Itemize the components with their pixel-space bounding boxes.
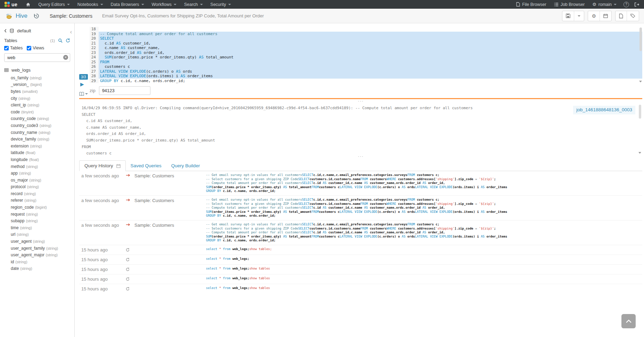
history-query-sql[interactable]: -- Get email survey opt-in values for al… [204,195,642,220]
job-browser-button[interactable]: Job Browser [550,0,588,9]
column-item-_version_[interactable]: _version_(bigint) [11,81,74,88]
column-item-code[interactable]: code(tinyint) [11,109,74,115]
refresh-icon[interactable] [124,264,132,274]
column-item-region_code[interactable]: region_code(bigint) [11,204,74,211]
column-item-bytes[interactable]: bytes(smallint) [11,88,74,95]
history-row[interactable]: a few seconds agoSample: Customers-- Get… [79,220,642,245]
hue-brand[interactable]: ue [0,2,22,7]
tab-saved-queries[interactable]: Saved Queries [126,161,166,171]
scrollbar-thumb[interactable] [639,105,641,119]
resize-handle[interactable]: ··· [79,99,642,104]
snippet-settings-button[interactable] [79,92,88,96]
history-query-sql[interactable]: -- Get email survey opt-in values for al… [204,171,642,195]
column-item-time[interactable]: time(string) [11,224,74,231]
code-line-23[interactable]: 23 ords.order_id AS order_id, [90,50,642,55]
refresh-icon[interactable] [124,284,132,294]
refresh-icon[interactable] [124,255,132,264]
column-item-referer[interactable]: referer(string) [11,197,74,204]
column-item-method[interactable]: method(string) [11,163,74,170]
redo-icon[interactable] [124,195,132,220]
tab-query-history[interactable]: Query History [79,160,126,171]
column-item-latitude[interactable]: latitude(float) [11,150,74,157]
scrollbar-thumb[interactable] [639,27,642,51]
code-line-22[interactable]: 22 c.name AS customer_name, [90,46,642,50]
code-line-20[interactable]: 20SELECT [90,36,642,41]
topnav-menu-security[interactable]: Security [207,0,235,9]
table-item-web-logs[interactable]: web_logs [0,65,74,74]
help-button[interactable]: ? [624,2,629,7]
logout-button[interactable] [632,0,641,9]
code-line-28[interactable]: 28LATERAL VIEW EXPLODE(ords.items) i AS … [90,74,642,79]
refresh-tables-button[interactable] [66,38,70,43]
collapse-sidebar-button[interactable]: ‹ [70,29,72,35]
filter-tables-checkbox[interactable]: Tables [4,46,23,50]
history-row[interactable]: 15 hours agoselect * from web_logs;show … [79,264,642,274]
views-checkbox-input[interactable] [27,46,31,50]
history-row[interactable]: a few seconds agoSample: Customers-- Get… [79,195,642,220]
column-item-device_family[interactable]: device_family(string) [11,136,74,143]
sql-editor[interactable]: 1819-- Compute total amount per order fo… [90,27,642,83]
redo-icon[interactable] [124,220,132,245]
column-item-country_code3[interactable]: country_code3(string) [11,122,74,129]
redo-icon[interactable] [124,171,132,195]
log-scrollbar[interactable] [638,104,642,154]
editor-scrollbar[interactable] [639,27,642,83]
code-line-19[interactable]: 19-- Compute total amount per order for … [90,32,642,37]
column-item-country_code[interactable]: country_code(string) [11,115,74,122]
history-query-sql[interactable]: -- Get email survey opt-in values for al… [204,220,642,245]
save-button[interactable] [562,11,574,21]
column-item-protocol[interactable]: protocol(string) [11,184,74,191]
refresh-icon[interactable] [124,245,132,255]
column-item-id[interactable]: id(string) [11,258,74,265]
file-browser-button[interactable]: File Browser [512,0,550,9]
history-query-sql[interactable]: select * from web_logs;show tables [204,274,642,284]
history-row[interactable]: 15 hours agoselect * from web_logs;show … [79,284,642,294]
column-item-extension[interactable]: extension(string) [11,143,74,150]
column-item-city[interactable]: city(string) [11,95,74,102]
scroll-to-top-button[interactable] [621,314,636,328]
execute-button[interactable]: ▶ [80,81,84,87]
column-item-longitude[interactable]: longitude(float) [11,156,74,163]
database-selector[interactable]: default [0,25,74,35]
schedule-button[interactable] [600,11,611,21]
search-tables-button[interactable] [58,38,63,43]
column-item-country_name[interactable]: country_name(string) [11,129,74,136]
query-history-icon[interactable] [34,13,39,19]
job-link[interactable]: job_1461888648136_0003 [573,106,635,114]
filter-views-checkbox[interactable]: Views [27,46,44,50]
scroll-down-icon[interactable] [639,81,642,82]
code-line-24[interactable]: 24 SUM(order_items.price * order_items.q… [90,55,642,60]
history-row[interactable]: 15 hours agoselect * from web_logs; [79,255,642,264]
column-item-subapp[interactable]: subapp(string) [11,217,74,224]
variable-zip-input[interactable] [99,86,150,95]
column-item-date[interactable]: date(string) [11,265,74,272]
topnav-menu-data-browsers[interactable]: Data Browsers [107,0,148,9]
resize-handle[interactable]: ··· [79,154,642,159]
code-line-27[interactable]: 27LATERAL VIEW EXPLODE(c.orders) o AS or… [90,69,642,74]
column-item-client_ip[interactable]: client_ip(string) [11,102,74,109]
save-options-button[interactable] [574,11,584,21]
column-item-request[interactable]: request(string) [11,211,74,218]
column-item-os_major[interactable]: os_major(string) [11,177,74,184]
topnav-menu-search[interactable]: Search [180,0,207,9]
history-query-sql[interactable]: select * from web_logs; [204,255,642,264]
column-item-record[interactable]: record(string) [11,190,74,197]
column-item-user_agent_major[interactable]: user_agent_major(string) [11,251,74,258]
new-query-button[interactable] [616,11,627,21]
tab-query-builder[interactable]: Query Builder [166,161,205,171]
refresh-icon[interactable] [124,274,132,284]
column-item-app[interactable]: app(string) [11,170,74,177]
topnav-menu-workflows[interactable]: Workflows [148,0,180,9]
clear-history-icon[interactable] [116,164,121,168]
history-query-sql[interactable]: select * from web_logs;show tables [204,284,642,294]
code-line-29[interactable]: 29GROUP BY c.id, c.name, ords.order_id; [90,79,642,83]
topnav-menu-query-editors[interactable]: Query Editors [34,0,73,9]
column-item-os_family[interactable]: os_family(string) [11,74,74,81]
column-item-user_agent[interactable]: user_agent(string) [11,238,74,245]
home-button[interactable] [22,0,34,9]
scroll-down-icon[interactable] [638,152,641,154]
history-row[interactable]: 15 hours agoselect * from web_logs;show … [79,245,642,255]
history-query-sql[interactable]: select * from web_logs;show tables [204,264,642,274]
settings-button[interactable]: ⚙ [588,11,600,21]
column-item-user_agent_family[interactable]: user_agent_family(string) [11,245,74,252]
